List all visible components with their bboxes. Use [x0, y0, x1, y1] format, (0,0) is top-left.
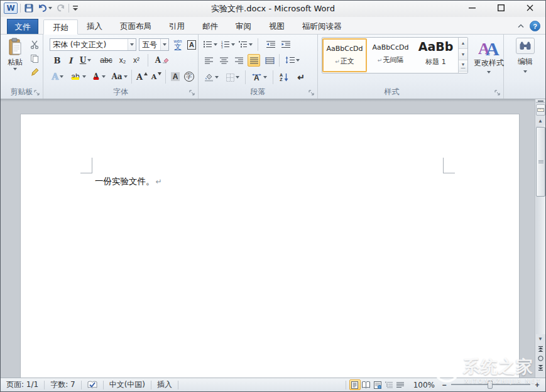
ruler-toggle-button[interactable]	[536, 104, 545, 116]
view-draft-button[interactable]	[395, 379, 406, 390]
scrollbar-track[interactable]	[536, 126, 545, 334]
font-dialog-launcher[interactable]	[189, 89, 196, 96]
italic-button[interactable]: I	[65, 54, 76, 67]
paragraph-mark: ↵	[156, 177, 162, 186]
bold-button[interactable]: B	[51, 54, 63, 67]
previous-page-button[interactable]	[535, 344, 545, 354]
text-highlight-button[interactable]: ab	[68, 70, 87, 84]
font-size-combo[interactable]: 五号	[139, 38, 169, 51]
zoom-in-button[interactable]: +	[533, 381, 542, 389]
paragraph-dialog-launcher[interactable]	[308, 89, 315, 96]
styles-more-button[interactable]: ▼―	[459, 60, 467, 72]
document-page[interactable]: 一份实验文件。↵	[21, 114, 519, 378]
increase-indent-button[interactable]	[279, 38, 293, 51]
style-no-spacing[interactable]: AaBbCcDd ↵无间隔	[368, 38, 413, 72]
sort-button[interactable]: AZ	[276, 70, 292, 84]
align-center-button[interactable]	[217, 54, 230, 67]
collapse-ribbon-button[interactable]	[517, 23, 525, 29]
clipboard-dialog-launcher[interactable]	[34, 89, 41, 96]
styles-dialog-launcher[interactable]	[494, 89, 501, 96]
svg-text:3: 3	[221, 46, 223, 48]
split-handle[interactable]	[536, 99, 545, 103]
view-fullscreen-reading-button[interactable]	[361, 379, 372, 390]
clear-formatting-button[interactable]: A	[154, 54, 170, 67]
close-button[interactable]	[520, 1, 539, 14]
tab-review[interactable]: 审阅	[227, 19, 260, 34]
tab-references[interactable]: 引用	[160, 19, 194, 34]
paste-button[interactable]: 粘贴	[4, 37, 26, 85]
distribute-button[interactable]	[263, 54, 276, 67]
zoom-slider[interactable]	[451, 381, 530, 389]
next-page-button[interactable]	[535, 362, 545, 372]
document-text[interactable]: 一份实验文件。↵	[95, 176, 162, 187]
align-left-button[interactable]	[202, 54, 215, 67]
tab-page-layout[interactable]: 页面布局	[111, 19, 160, 34]
change-case-button[interactable]: Aa	[110, 70, 129, 84]
subscript-button[interactable]: x₂	[116, 54, 129, 67]
strikethrough-button[interactable]: abc	[97, 54, 115, 67]
styles-scroll-down[interactable]: ▼	[459, 49, 467, 60]
zoom-level[interactable]: 100%	[413, 381, 435, 389]
numbering-button[interactable]: 123	[220, 38, 236, 51]
justify-button[interactable]	[248, 54, 260, 67]
tab-foxit-reader[interactable]: 福昕阅读器	[293, 19, 351, 34]
superscript-button[interactable]: x²	[130, 54, 143, 67]
tab-home[interactable]: 开始	[43, 19, 78, 35]
word-count[interactable]: 字数: 7	[45, 379, 81, 390]
tab-view[interactable]: 视图	[260, 19, 293, 34]
scrollbar-thumb[interactable]	[536, 127, 545, 197]
scroll-up-button[interactable]: ▲	[535, 116, 545, 126]
view-print-layout-button[interactable]	[349, 379, 361, 390]
help-button[interactable]: ?	[530, 21, 540, 31]
group-styles: AaBbCcDd ↵正文 AaBbCcDd ↵无间隔 AaBb 标题 1 ▲ ▼…	[318, 35, 504, 99]
minimize-button[interactable]	[462, 1, 481, 14]
enclose-characters-button[interactable]: 字	[183, 70, 195, 84]
grow-font-button[interactable]: A	[135, 70, 149, 84]
editing-button[interactable]: 编辑	[512, 37, 538, 86]
character-border-button[interactable]: A	[185, 38, 198, 52]
tab-file[interactable]: 文件	[7, 19, 38, 34]
scroll-down-button[interactable]: ▼	[535, 334, 545, 344]
multilevel-list-button[interactable]	[238, 38, 254, 51]
chevron-up-icon	[518, 24, 524, 28]
cut-icon	[30, 40, 39, 49]
view-web-layout-button[interactable]	[372, 379, 383, 390]
format-painter-button[interactable]	[28, 66, 41, 79]
font-size-dropdown[interactable]	[160, 39, 168, 50]
bullets-button[interactable]	[202, 38, 219, 51]
copy-button[interactable]	[28, 52, 41, 65]
style-heading-1[interactable]: AaBb 标题 1	[413, 38, 458, 72]
character-shading-button[interactable]: A	[169, 70, 182, 84]
show-hide-marks-button[interactable]: ↵	[294, 70, 308, 84]
language-indicator[interactable]: 中文(中国)	[104, 379, 151, 390]
font-name-combo[interactable]: 宋体 (中文正文)	[50, 38, 136, 51]
line-spacing-button[interactable]	[283, 54, 302, 67]
phonetic-guide-button[interactable]: wén文	[172, 38, 184, 52]
align-right-button[interactable]	[232, 54, 245, 67]
borders-button[interactable]	[224, 70, 241, 84]
font-color-icon: A	[92, 72, 100, 81]
page-indicator[interactable]: 页面: 1/1	[1, 379, 44, 390]
font-name-dropdown[interactable]	[128, 39, 136, 50]
proofing-status[interactable]	[82, 381, 103, 389]
style-normal[interactable]: AaBbCcDd ↵正文	[322, 38, 367, 72]
tab-mailings[interactable]: 邮件	[194, 19, 227, 34]
cut-button[interactable]	[28, 38, 41, 51]
tab-insert[interactable]: 插入	[78, 19, 111, 34]
text-effects-button[interactable]: A	[50, 70, 66, 84]
margin-crop-mark-right	[443, 158, 455, 173]
shading-button[interactable]	[202, 70, 220, 84]
view-outline-button[interactable]	[383, 379, 395, 390]
maximize-button[interactable]	[491, 1, 510, 14]
shrink-font-button[interactable]: A	[150, 70, 163, 84]
select-browse-object-button[interactable]	[535, 354, 545, 363]
asian-layout-button[interactable]: A	[249, 70, 269, 84]
font-color-button[interactable]: A	[90, 70, 107, 84]
styles-scroll-up[interactable]: ▲	[459, 38, 467, 49]
decrease-indent-button[interactable]	[264, 38, 278, 51]
underline-button[interactable]: U	[77, 54, 94, 67]
change-styles-button[interactable]: AA 更改样式	[472, 37, 505, 85]
insert-mode-indicator[interactable]: 插入	[151, 379, 178, 390]
zoom-out-button[interactable]: −	[440, 381, 449, 389]
zoom-slider-thumb[interactable]	[488, 381, 493, 389]
